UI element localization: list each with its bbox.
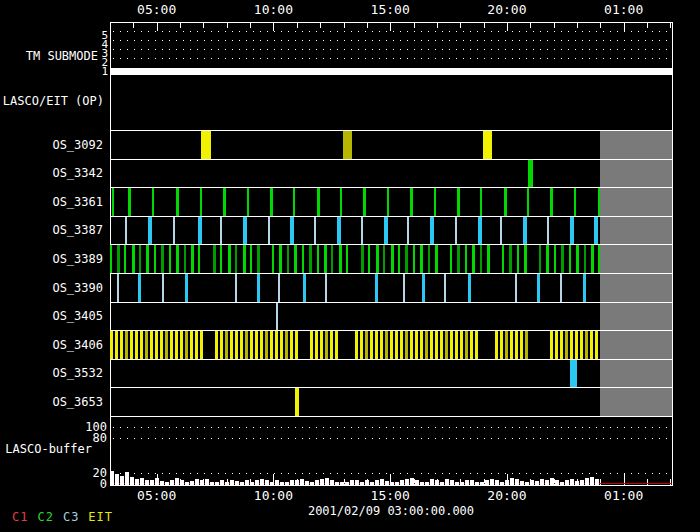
schedule-bar <box>387 188 389 216</box>
tm-submode-label: TM SUBMODE <box>0 50 98 63</box>
schedule-bar <box>570 360 577 387</box>
schedule-bar <box>285 331 288 359</box>
schedule-bar <box>200 188 202 216</box>
schedule-bar <box>161 245 164 273</box>
schedule-bar <box>220 331 223 359</box>
buffer-usage-bar <box>120 476 124 485</box>
schedule-bar <box>517 245 519 273</box>
buffer-usage-bar <box>370 482 374 485</box>
panel-border-line <box>110 387 673 388</box>
buffer-usage-bar <box>485 480 489 485</box>
schedule-bar <box>293 188 295 216</box>
buffer-usage-bar <box>130 477 134 485</box>
schedule-bar <box>495 331 498 359</box>
buffer-usage-bar <box>430 479 434 485</box>
buffer-usage-bar <box>165 482 169 485</box>
top-axis-tick <box>670 23 671 28</box>
buffer-usage-bar <box>560 482 564 485</box>
buffer-usage-bar <box>440 482 444 485</box>
schedule-bar <box>435 245 438 273</box>
schedule-bar <box>385 331 388 359</box>
buffer-usage-bar <box>345 482 349 485</box>
schedule-bar <box>595 331 598 359</box>
time-label-top: 10:00 <box>254 3 293 16</box>
row-label-os_3092: OS_3092 <box>0 139 103 152</box>
buffer-usage-bar <box>465 480 469 485</box>
schedule-bar <box>560 274 562 302</box>
top-axis-tick <box>390 23 391 31</box>
schedule-bar <box>384 217 388 244</box>
buffer-usage-bar <box>365 480 369 485</box>
bottom-axis-tick <box>600 479 601 485</box>
schedule-bar <box>275 331 278 359</box>
schedule-bar <box>550 331 553 359</box>
schedule-bar <box>410 331 413 359</box>
buffer-usage-bar <box>255 480 259 485</box>
schedule-bar <box>400 331 403 359</box>
time-label-top: 15:00 <box>371 3 410 16</box>
row-label-os_3361: OS_3361 <box>0 196 103 209</box>
lasco-eit-op-label: LASCO/EIT (OP) <box>0 95 104 108</box>
schedule-bar <box>280 331 283 359</box>
schedule-bar <box>176 188 179 216</box>
time-label-bottom: 05:00 <box>137 489 176 502</box>
schedule-bar <box>361 217 363 244</box>
buffer-usage-bar <box>205 479 209 485</box>
buffer-usage-bar <box>375 480 379 485</box>
buffer-usage-bar <box>170 480 174 485</box>
schedule-bar <box>120 331 123 359</box>
row-label-os_3653: OS_3653 <box>0 396 103 409</box>
schedule-bar <box>547 217 549 244</box>
schedule-bar <box>247 188 249 216</box>
top-axis-tick <box>250 23 251 28</box>
top-axis-tick <box>460 23 461 28</box>
schedule-bar <box>138 274 141 302</box>
schedule-bar <box>173 217 175 244</box>
buffer-usage-bar <box>360 482 364 485</box>
buffer-usage-bar <box>425 482 429 485</box>
row-label-os_3342: OS_3342 <box>0 167 103 180</box>
schedule-bar <box>337 217 341 244</box>
schedule-bar <box>314 217 316 244</box>
no-data-region <box>600 131 672 159</box>
buffer-usage-bar <box>355 480 359 485</box>
schedule-bar <box>139 245 141 273</box>
schedule-bar <box>270 331 273 359</box>
buffer-usage-bar <box>300 479 304 485</box>
schedule-bar <box>440 331 443 359</box>
schedule-bar <box>155 331 158 359</box>
schedule-bar <box>370 331 373 359</box>
buffer-usage-bar <box>335 482 339 485</box>
schedule-bar <box>455 331 458 359</box>
schedule-bar <box>170 331 173 359</box>
schedule-bar <box>145 331 148 359</box>
schedule-bar <box>169 245 171 273</box>
panel-border-line <box>110 130 673 131</box>
schedule-bar <box>576 245 579 273</box>
schedule-bar <box>135 331 138 359</box>
schedule-bar <box>201 131 211 159</box>
schedule-bar <box>465 245 467 273</box>
schedule-bar <box>403 274 405 302</box>
buffer-usage-bar <box>145 480 149 485</box>
schedule-bar <box>415 331 418 359</box>
top-axis-tick <box>624 23 625 31</box>
legend-item-c3: C3 <box>63 510 79 524</box>
schedule-bar <box>457 188 460 216</box>
no-data-region <box>600 245 672 273</box>
time-label-top: 05:00 <box>137 3 176 16</box>
buffer-usage-bar <box>150 480 154 485</box>
tm-submode-level-tick-label: 1 <box>92 65 108 78</box>
schedule-bar <box>457 245 460 273</box>
buffer-usage-bar <box>215 482 219 485</box>
buffer-usage-bar <box>470 480 474 485</box>
schedule-bar <box>324 245 327 273</box>
schedule-bar <box>510 331 513 359</box>
panel-border-line <box>110 485 673 486</box>
buffer-usage-bar <box>575 481 579 485</box>
buffer-usage-bar <box>515 479 519 485</box>
bottom-axis-tick <box>670 479 671 485</box>
schedule-bar <box>309 245 312 273</box>
buffer-usage-bar <box>435 480 439 485</box>
buffer-usage-bar <box>180 480 184 485</box>
